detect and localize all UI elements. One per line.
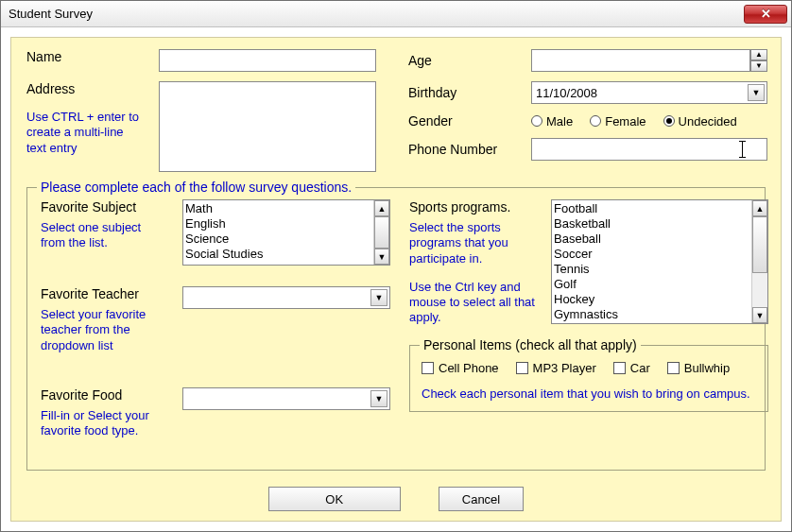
fav-subject-label: Favorite Subject — [41, 199, 182, 215]
cancel-button[interactable]: Cancel — [439, 487, 524, 511]
fav-food-label: Favorite Food — [41, 387, 182, 403]
scroll-up-icon[interactable]: ▲ — [752, 200, 767, 216]
phone-input[interactable] — [531, 138, 767, 161]
age-label: Age — [408, 53, 531, 68]
main-panel: Name Address Use CTRL + enter to create … — [10, 37, 782, 522]
sports-listbox[interactable]: FootballBasketballBaseballSoccerTennisGo… — [551, 199, 768, 324]
gender-radio-male[interactable]: Male — [531, 114, 573, 129]
list-item[interactable]: Social Studies — [185, 247, 387, 262]
chk-cell-phone[interactable]: Cell Phone — [422, 361, 499, 375]
close-button[interactable]: ✕ — [744, 5, 787, 24]
chk-bullwhip[interactable]: Bullwhip — [667, 361, 730, 375]
fav-food-hint: Fill-in or Select your favorite food typ… — [41, 408, 182, 439]
scroll-up-icon[interactable]: ▲ — [374, 200, 389, 216]
list-item[interactable]: Hockey — [554, 292, 766, 307]
age-spinner[interactable]: ▲ ▼ — [750, 49, 767, 72]
age-input[interactable] — [531, 49, 750, 72]
birthday-combo[interactable]: 11/10/2008 ▼ — [531, 81, 767, 104]
scrollbar[interactable]: ▲ ▼ — [751, 200, 767, 323]
list-item[interactable]: Football — [554, 201, 766, 216]
fav-teacher-combo[interactable]: ▼ — [182, 286, 390, 309]
gender-radio-group: Male Female Undecided — [531, 114, 737, 129]
fav-subject-hint: Select one subject from the list. — [41, 220, 164, 251]
phone-label: Phone Number — [408, 142, 531, 157]
list-item[interactable]: Basketball — [554, 216, 766, 232]
name-label: Name — [26, 49, 159, 64]
address-hint: Use CTRL + enter to create a multi-line … — [26, 110, 140, 156]
scrollbar-thumb[interactable] — [374, 216, 389, 249]
sports-label: Sports programs. — [409, 199, 551, 215]
birthday-label: Birthday — [408, 85, 531, 100]
scroll-down-icon[interactable]: ▼ — [752, 307, 767, 323]
personal-items-legend: Personal Items (check all that apply) — [420, 337, 641, 352]
list-item[interactable]: Gymnastics — [554, 307, 766, 322]
gender-radio-female[interactable]: Female — [590, 114, 646, 129]
list-item[interactable]: Math — [185, 201, 387, 216]
list-item[interactable]: Science — [185, 232, 387, 247]
close-icon: ✕ — [761, 7, 771, 21]
titlebar: Student Survey ✕ — [1, 1, 791, 27]
window-title: Student Survey — [9, 7, 744, 21]
address-input[interactable] — [159, 81, 376, 172]
scrollbar-thumb[interactable] — [752, 216, 767, 273]
list-item[interactable]: Golf — [554, 277, 766, 292]
chevron-down-icon: ▼ — [370, 289, 387, 306]
fav-food-combo[interactable]: ▼ — [182, 387, 390, 410]
name-input[interactable] — [159, 49, 376, 72]
gender-radio-undecided[interactable]: Undecided — [663, 114, 737, 129]
personal-items-hint: Check each personal item that you wish t… — [422, 386, 756, 402]
address-label: Address — [26, 81, 159, 96]
chk-mp3-player[interactable]: MP3 Player — [516, 361, 596, 375]
list-item[interactable]: English — [185, 216, 387, 232]
age-spin-down[interactable]: ▼ — [750, 60, 767, 72]
sports-hint-2: Use the Ctrl key and mouse to select all… — [409, 280, 542, 326]
fav-teacher-hint: Select your favorite teacher from the dr… — [41, 307, 173, 353]
scroll-down-icon[interactable]: ▼ — [374, 249, 389, 265]
chk-car[interactable]: Car — [613, 361, 650, 375]
list-item[interactable]: Tennis — [554, 262, 766, 277]
sports-hint-1: Select the sports programs that you part… — [409, 220, 542, 266]
dialog-window: Student Survey ✕ Name Address Use CTRL + — [0, 0, 792, 532]
fav-subject-listbox[interactable]: MathEnglishScienceSocial Studies ▲ ▼ — [182, 199, 390, 266]
personal-items-fieldset: Personal Items (check all that apply) Ce… — [409, 345, 768, 412]
survey-fieldset: Please complete each of the follow surve… — [26, 187, 766, 471]
chevron-down-icon: ▼ — [370, 390, 387, 407]
age-spin-up[interactable]: ▲ — [750, 49, 767, 60]
client-area: Name Address Use CTRL + enter to create … — [1, 27, 791, 531]
fav-teacher-label: Favorite Teacher — [41, 286, 182, 301]
list-item[interactable]: Soccer — [554, 247, 766, 262]
chevron-down-icon: ▼ — [748, 84, 765, 101]
scrollbar[interactable]: ▲ ▼ — [373, 200, 389, 265]
list-item[interactable]: Baseball — [554, 232, 766, 247]
survey-legend: Please complete each of the follow surve… — [37, 180, 355, 195]
gender-label: Gender — [408, 113, 531, 129]
ok-button[interactable]: OK — [268, 487, 401, 511]
birthday-value: 11/10/2008 — [536, 86, 597, 100]
